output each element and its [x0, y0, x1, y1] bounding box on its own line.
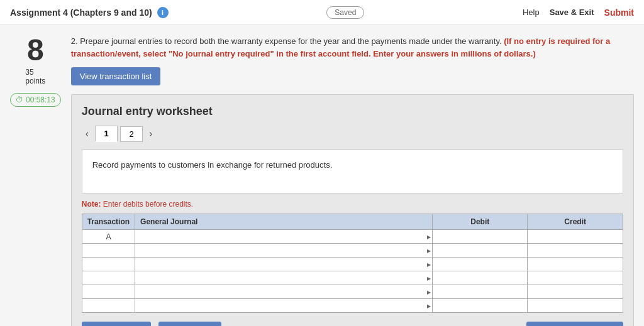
table-row [82, 299, 623, 313]
journal-cell[interactable] [135, 299, 433, 313]
tab-1[interactable]: 1 [95, 126, 118, 142]
journal-input[interactable] [138, 246, 430, 256]
debit-input[interactable] [435, 273, 525, 283]
debit-cell[interactable] [433, 230, 528, 244]
credit-cell[interactable] [528, 244, 623, 258]
table-row [82, 258, 623, 271]
view-general-journal-button[interactable]: View general journal [526, 322, 623, 326]
col-debit: Debit [433, 214, 528, 230]
transaction-cell [82, 244, 135, 258]
table-row [82, 285, 623, 299]
debit-input[interactable] [435, 301, 525, 311]
worksheet-container: Journal entry worksheet ‹ 1 2 › Record p… [71, 94, 634, 326]
credit-input[interactable] [530, 246, 620, 256]
col-credit: Credit [528, 214, 623, 230]
credit-cell[interactable] [528, 285, 623, 299]
col-general-journal: General Journal [135, 214, 433, 230]
header-left: Assignment 4 (Chapters 9 and 10) i [10, 7, 169, 18]
record-entry-button[interactable]: Record entry [82, 322, 151, 326]
debit-cell[interactable] [433, 271, 528, 285]
journal-cell[interactable] [135, 258, 433, 271]
tab-2[interactable]: 2 [120, 126, 143, 142]
credit-cell[interactable] [528, 299, 623, 313]
timer-display: 00:58:13 [26, 95, 55, 104]
points-value: 35 points [25, 68, 45, 85]
transaction-cell [82, 299, 135, 313]
transaction-cell [82, 258, 135, 271]
note-text: Note: Note: Enter debits before credits.… [82, 200, 623, 209]
credit-input[interactable] [530, 287, 620, 297]
top-header: Assignment 4 (Chapters 9 and 10) i Saved… [0, 0, 644, 25]
help-button[interactable]: Help [523, 8, 540, 17]
table-row: A [82, 230, 623, 244]
view-transaction-button[interactable]: View transaction list [71, 67, 161, 85]
journal-input[interactable] [138, 232, 430, 242]
tab-prev-arrow[interactable]: ‹ [82, 127, 92, 141]
credit-input[interactable] [530, 232, 620, 242]
col-transaction: Transaction [82, 214, 135, 230]
credit-cell[interactable] [528, 271, 623, 285]
description-box: Record payments to customers in exchange… [82, 149, 623, 193]
tabs-nav: ‹ 1 2 › [82, 126, 623, 142]
assignment-title: Assignment 4 (Chapters 9 and 10) [10, 8, 152, 18]
journal-table: Transaction General Journal Debit Credit… [82, 214, 623, 313]
journal-input[interactable] [138, 273, 430, 283]
left-sidebar: 8 35 points ⏱ 00:58:13 [10, 35, 61, 326]
debit-input[interactable] [435, 232, 525, 242]
table-row [82, 271, 623, 285]
journal-cell[interactable] [135, 271, 433, 285]
timer-badge: ⏱ 00:58:13 [10, 93, 61, 107]
journal-cell[interactable] [135, 230, 433, 244]
credit-input[interactable] [530, 259, 620, 269]
info-icon[interactable]: i [157, 7, 169, 18]
journal-input[interactable] [138, 287, 430, 297]
debit-cell[interactable] [433, 299, 528, 313]
transaction-cell: A [82, 230, 135, 244]
question-text: 2. Prepare journal entries to record bot… [71, 35, 634, 60]
credit-input[interactable] [530, 301, 620, 311]
journal-cell[interactable] [135, 285, 433, 299]
clear-entry-button[interactable]: Clear entry [158, 322, 221, 326]
transaction-cell [82, 271, 135, 285]
saved-badge: Saved [326, 8, 364, 17]
debit-cell[interactable] [433, 285, 528, 299]
main-layout: 8 35 points ⏱ 00:58:13 2. Prepare journa… [0, 25, 644, 326]
right-content: 2. Prepare journal entries to record bot… [71, 35, 634, 326]
submit-button[interactable]: Submit [604, 8, 634, 18]
timer-icon: ⏱ [16, 95, 23, 104]
credit-cell[interactable] [528, 230, 623, 244]
description-text: Record payments to customers in exchange… [92, 160, 333, 170]
credit-cell[interactable] [528, 258, 623, 271]
action-buttons: Record entry Clear entry View general jo… [82, 322, 623, 326]
debit-input[interactable] [435, 259, 525, 269]
credit-input[interactable] [530, 273, 620, 283]
debit-input[interactable] [435, 246, 525, 256]
worksheet-title: Journal entry worksheet [82, 105, 623, 118]
journal-cell[interactable] [135, 244, 433, 258]
debit-input[interactable] [435, 287, 525, 297]
header-right: Help Save & Exit Submit [523, 8, 634, 18]
journal-input[interactable] [138, 301, 430, 311]
table-row [82, 244, 623, 258]
save-exit-button[interactable]: Save & Exit [550, 8, 594, 17]
journal-input[interactable] [138, 259, 430, 269]
question-number: 8 [27, 35, 44, 65]
tab-next-arrow[interactable]: › [145, 127, 156, 141]
debit-cell[interactable] [433, 258, 528, 271]
transaction-cell [82, 285, 135, 299]
debit-cell[interactable] [433, 244, 528, 258]
